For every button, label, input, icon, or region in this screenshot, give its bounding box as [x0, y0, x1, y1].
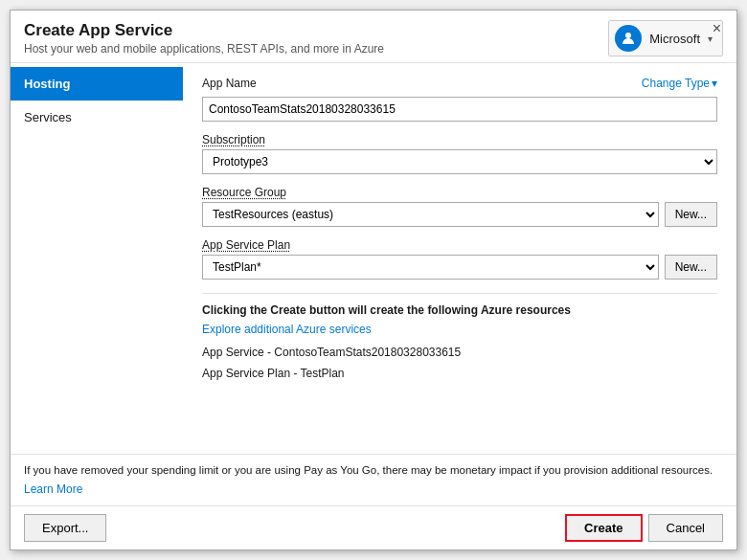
explore-link[interactable]: Explore additional Azure services: [202, 323, 717, 336]
resource-item-2: App Service Plan - TestPlan: [202, 367, 717, 380]
learn-more-link[interactable]: Learn More: [24, 482, 82, 496]
account-icon: [615, 25, 642, 52]
info-section: Clicking the Create button will create t…: [202, 293, 717, 380]
app-name-header: App Name Change Type ▾: [202, 77, 717, 93]
resource-group-row: TestResources (eastus) New...: [202, 202, 717, 227]
footer-notice: If you have removed your spending limit …: [24, 462, 723, 478]
app-service-plan-group: App Service Plan TestPlan* New...: [202, 238, 717, 280]
title-section: Create App Service Host your web and mob…: [24, 21, 384, 56]
main-content: App Name Change Type ▾ Subscription Prot…: [183, 63, 736, 454]
subscription-label: Subscription: [202, 133, 717, 146]
footer-section: If you have removed your spending limit …: [11, 454, 736, 505]
content-area: Hosting Services App Name Change Type ▾ …: [11, 63, 736, 454]
app-service-plan-row: TestPlan* New...: [202, 255, 717, 280]
resource-group-group: Resource Group TestResources (eastus) Ne…: [202, 186, 717, 227]
change-type-link[interactable]: Change Type ▾: [642, 77, 717, 90]
app-name-input[interactable]: [202, 97, 717, 122]
subscription-group: Subscription Prototype3: [202, 133, 717, 174]
create-button[interactable]: Create: [565, 514, 642, 542]
app-service-plan-label: App Service Plan: [202, 238, 717, 252]
app-name-label: App Name: [202, 77, 257, 90]
resource-group-select[interactable]: TestResources (eastus): [202, 202, 659, 227]
sidebar-item-hosting[interactable]: Hosting: [11, 67, 183, 101]
resource-group-label: Resource Group: [202, 186, 717, 199]
cancel-button[interactable]: Cancel: [648, 514, 723, 542]
create-app-service-dialog: Create App Service Host your web and mob…: [10, 10, 737, 550]
app-service-plan-new-button[interactable]: New...: [665, 255, 717, 280]
resource-group-new-button[interactable]: New...: [665, 202, 717, 227]
right-buttons: Create Cancel: [565, 514, 723, 542]
export-button[interactable]: Export...: [24, 514, 106, 542]
close-button[interactable]: ×: [707, 18, 727, 39]
info-title: Clicking the Create button will create t…: [202, 303, 717, 317]
resource-item-1: App Service - ContosoTeamStats2018032803…: [202, 346, 717, 359]
account-name: Microsoft: [649, 32, 700, 46]
dialog-title: Create App Service: [24, 21, 384, 40]
dialog-subtitle: Host your web and mobile applications, R…: [24, 42, 384, 56]
sidebar-item-services[interactable]: Services: [11, 101, 183, 134]
svg-point-0: [625, 33, 631, 38]
button-bar: Export... Create Cancel: [11, 505, 736, 549]
sidebar: Hosting Services: [11, 63, 183, 454]
app-service-plan-select[interactable]: TestPlan*: [202, 255, 659, 280]
title-bar: Create App Service Host your web and mob…: [11, 11, 736, 63]
app-name-group: [202, 97, 717, 122]
subscription-select[interactable]: Prototype3: [202, 149, 717, 174]
